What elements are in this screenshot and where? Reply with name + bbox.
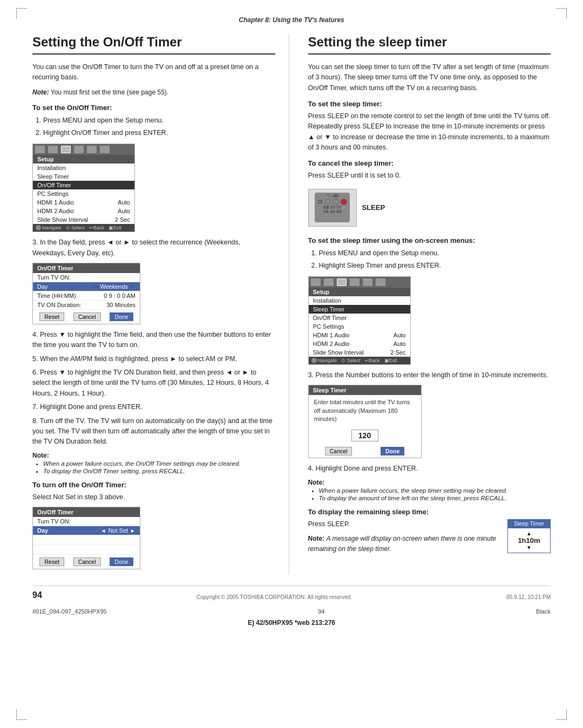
left-note: Note: You must first set the time (see p… bbox=[32, 87, 275, 98]
menu-bottombar-1: Navigate ⊙ Select ↩Back ▣Exit bbox=[33, 224, 134, 232]
menu-icon-lock bbox=[87, 146, 97, 153]
menu-row-hdmi2-2: HDMI 2 AudioAuto bbox=[309, 339, 410, 348]
left-bold-note-label: Note: bbox=[32, 452, 275, 459]
cancel-text: Press SLEEP until it is set to 0. bbox=[308, 171, 551, 181]
cancel-button-2[interactable]: Cancel bbox=[73, 557, 101, 566]
day-value: Weekends bbox=[100, 283, 128, 290]
menu-icons-row-1 bbox=[33, 144, 134, 155]
menu-icon-audio bbox=[61, 146, 71, 153]
remaining-up-arrow: ▲ bbox=[526, 530, 532, 536]
page-number: 94 bbox=[32, 590, 42, 600]
right-column: Setting the sleep timer You can set the … bbox=[306, 35, 551, 575]
menu-row-pcsettings-2: PC Settings bbox=[309, 322, 410, 331]
day-value-2: Not Set bbox=[108, 527, 128, 534]
sleep-button[interactable] bbox=[324, 199, 331, 205]
right-note-bullet-1: When a power failure occurs, the sleep t… bbox=[319, 487, 551, 494]
menu-icon-tv-2 bbox=[311, 278, 321, 286]
timer-row-turnon: Turn TV ON: bbox=[33, 273, 140, 282]
remote-image: 1/T HCLS/M V-CHIP INFO SWAP bbox=[308, 189, 357, 227]
done-button-2[interactable]: Done bbox=[110, 557, 133, 566]
left-step-8: 8. Turn off the TV. The TV will turn on … bbox=[32, 416, 275, 447]
menu-bottombar-2: Navigate ⊙ Select ↩Back ▣Exit bbox=[309, 357, 410, 364]
timer-row-time: Time (HH:MM)0 9 : 0 0 AM bbox=[33, 291, 140, 301]
left-subsection-title-1: To set the On/Off Timer: bbox=[32, 104, 275, 112]
right-menu-step-2: Highlight Sleep Timer and press ENTER. bbox=[319, 260, 551, 271]
menu-screenshot-2: Setup Installation Sleep Timer On/Off Ti… bbox=[308, 276, 411, 365]
footer-color: Black bbox=[536, 608, 551, 615]
cancel-button-1[interactable]: Cancel bbox=[73, 312, 101, 321]
menu-icon-audio-2 bbox=[337, 278, 347, 286]
day-arrow-left: ◄ bbox=[92, 283, 98, 289]
menu-header-1: Setup bbox=[33, 155, 134, 164]
timer-buttons-2: Reset Cancel Done bbox=[33, 555, 140, 569]
timer-header-2: On/Off Timer bbox=[33, 507, 140, 517]
left-section-title: Setting the On/Off Timer bbox=[32, 35, 275, 55]
note2-text: A message will display on-screen when th… bbox=[308, 535, 496, 553]
remaining-section: Press SLEEP. Note: A message will displa… bbox=[308, 519, 551, 559]
sleep-done-button[interactable]: Done bbox=[381, 447, 404, 455]
menu-icon-tv bbox=[35, 146, 45, 153]
menu-icon-search-2 bbox=[376, 278, 385, 286]
menu-row-installation-2: Installation bbox=[309, 296, 410, 305]
remaining-timer-display: Sleep Timer ▲ 1h10m ▼ bbox=[507, 519, 551, 553]
back-indicator: ↩Back bbox=[89, 225, 104, 230]
sleep-timer-box-body: Enter total minutes until the TV turns o… bbox=[309, 395, 421, 426]
onoff-timer-box-2: On/Off Timer Turn TV ON: Day ◄ Not Set ►… bbox=[32, 507, 140, 569]
sleep-label: SLEEP bbox=[362, 203, 385, 212]
timer-row-empty-2 bbox=[33, 545, 140, 555]
left-step-4: 4. Press ▼ to highlight the Time field, … bbox=[32, 330, 275, 351]
power-button[interactable] bbox=[341, 199, 347, 205]
bottom-model-line: E) 42/50HPX95 *web 213:276 bbox=[32, 619, 551, 627]
sleep-timer-input-box: Sleep Timer Enter total minutes until th… bbox=[308, 385, 422, 458]
remaining-down-arrow: ▼ bbox=[526, 545, 532, 550]
day-arrow-left-2: ◄ bbox=[101, 528, 106, 534]
remaining-timer-title: Sleep Timer bbox=[507, 519, 551, 528]
remote-sleep-section: 1/T HCLS/M V-CHIP INFO SWAP bbox=[308, 186, 551, 230]
right-note-bullet-2: To display the amount of time left on th… bbox=[319, 495, 551, 501]
timer-row-duration: TV ON Duration:30 Minutes bbox=[33, 301, 140, 310]
menu-row-hdmi1: HDMI 1 AudioAuto bbox=[33, 198, 134, 207]
right-step-4: 4. Highlight Done and press ENTER. bbox=[308, 464, 551, 474]
left-step-2: Highlight On/Off Timer and press ENTER. bbox=[43, 127, 275, 138]
left-column: Setting the On/Off Timer You can use the… bbox=[32, 35, 289, 575]
footer-model-info: #01E_094-097_4250HPX95 bbox=[32, 608, 107, 615]
turn-off-text: Select Not Set in step 3 above. bbox=[32, 492, 275, 502]
left-step-7: 7. Highlight Done and press ENTER. bbox=[32, 402, 275, 412]
page-footer: 94 Copyright © 2005 TOSHIBA CORPORATION.… bbox=[32, 586, 551, 600]
timer-buttons-1: Reset Cancel Done bbox=[33, 310, 140, 324]
set-timer-text: Press SLEEP on the remote control to set… bbox=[308, 111, 551, 153]
right-menu-step-1: Press MENU and open the Setup menu. bbox=[319, 248, 551, 258]
footer-copyright: Copyright © 2005 TOSHIBA CORPORATION. Al… bbox=[196, 594, 352, 600]
menu-header-2: Setup bbox=[309, 288, 410, 296]
remaining-text-block: Press SLEEP. Note: A message will displa… bbox=[308, 519, 500, 559]
right-bold-note-label: Note: bbox=[308, 479, 551, 486]
nav-indicator-2: Navigate bbox=[311, 358, 337, 363]
left-step-3: 3. In the Day field, press ◄ or ► to sel… bbox=[32, 237, 275, 258]
day-arrow-right-2: ► bbox=[130, 528, 135, 534]
footer-bottom: #01E_094-097_4250HPX95 94 Black bbox=[32, 608, 551, 615]
sleep-timer-input-value: 120 bbox=[351, 430, 378, 441]
footer-date: 05.9.12, 10:21 PM bbox=[506, 594, 551, 600]
sleep-cancel-button[interactable]: Cancel bbox=[325, 447, 352, 455]
menu-icon-lock-2 bbox=[363, 278, 372, 286]
reset-button-2[interactable]: Reset bbox=[39, 557, 64, 566]
remaining-display-box: ▲ 1h10m ▼ bbox=[507, 528, 551, 553]
sleep-timer-box-header: Sleep Timer bbox=[309, 385, 421, 395]
left-note-bullets: When a power failure occurs, the On/Off … bbox=[32, 460, 275, 474]
cancel-title: To cancel the sleep timer: bbox=[308, 159, 551, 167]
left-step-5: 5. When the AM/PM field is highlighted, … bbox=[32, 354, 275, 364]
set-timer-title: To set the sleep timer: bbox=[308, 100, 551, 108]
done-button-1[interactable]: Done bbox=[110, 312, 133, 321]
timer-row-empty-1 bbox=[33, 535, 140, 545]
press-sleep-text: Press SLEEP. bbox=[308, 519, 500, 529]
day-arrow-right: ► bbox=[130, 283, 135, 289]
remaining-time-value: 1h10m bbox=[518, 536, 540, 545]
timer-row-turnon-2: Turn TV ON: bbox=[33, 517, 140, 526]
remote-btn-2 bbox=[333, 199, 339, 205]
menu-icon-photo-2 bbox=[350, 278, 360, 286]
menu-row-pcsettings: PC Settings bbox=[33, 189, 134, 198]
reset-button-1[interactable]: Reset bbox=[39, 312, 64, 321]
nav-indicator: Navigate bbox=[36, 225, 62, 230]
menu-row-onoff-2: On/Off Timer bbox=[309, 314, 410, 322]
chapter-header: Chapter 8: Using the TV's features bbox=[32, 16, 551, 24]
